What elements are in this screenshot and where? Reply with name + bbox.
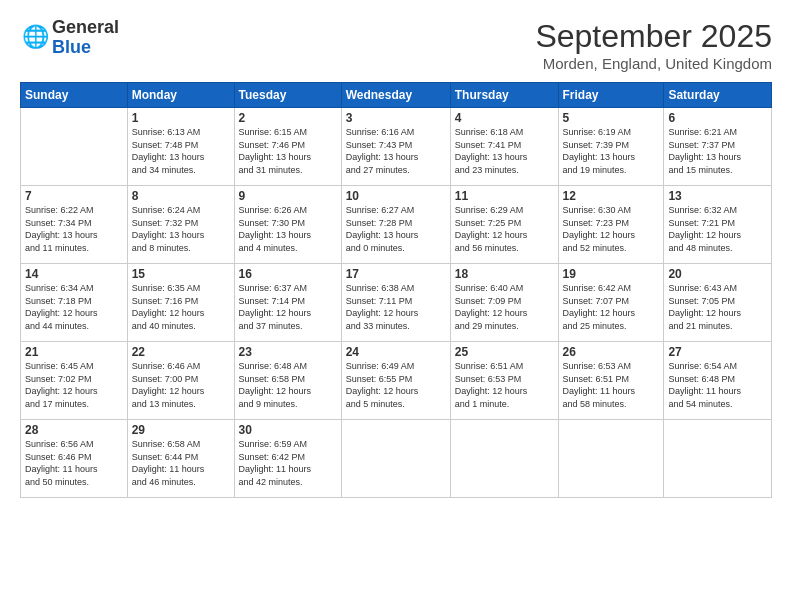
logo-general: General xyxy=(52,18,119,38)
day-number: 13 xyxy=(668,189,767,203)
weekday-header-friday: Friday xyxy=(558,83,664,108)
day-info: Sunrise: 6:40 AM Sunset: 7:09 PM Dayligh… xyxy=(455,282,554,332)
day-number: 4 xyxy=(455,111,554,125)
calendar-cell-34 xyxy=(664,420,772,498)
calendar-cell-9: 9Sunrise: 6:26 AM Sunset: 7:30 PM Daylig… xyxy=(234,186,341,264)
day-info: Sunrise: 6:38 AM Sunset: 7:11 PM Dayligh… xyxy=(346,282,446,332)
weekday-header-thursday: Thursday xyxy=(450,83,558,108)
logo-blue: Blue xyxy=(52,38,119,58)
day-info: Sunrise: 6:59 AM Sunset: 6:42 PM Dayligh… xyxy=(239,438,337,488)
calendar-cell-33 xyxy=(558,420,664,498)
weekday-header-row: SundayMondayTuesdayWednesdayThursdayFrid… xyxy=(21,83,772,108)
week-row-5: 28Sunrise: 6:56 AM Sunset: 6:46 PM Dayli… xyxy=(21,420,772,498)
day-number: 8 xyxy=(132,189,230,203)
calendar-cell-8: 8Sunrise: 6:24 AM Sunset: 7:32 PM Daylig… xyxy=(127,186,234,264)
day-number: 14 xyxy=(25,267,123,281)
calendar-cell-26: 26Sunrise: 6:53 AM Sunset: 6:51 PM Dayli… xyxy=(558,342,664,420)
day-number: 2 xyxy=(239,111,337,125)
day-info: Sunrise: 6:22 AM Sunset: 7:34 PM Dayligh… xyxy=(25,204,123,254)
calendar-cell-23: 23Sunrise: 6:48 AM Sunset: 6:58 PM Dayli… xyxy=(234,342,341,420)
weekday-header-tuesday: Tuesday xyxy=(234,83,341,108)
calendar-cell-4: 4Sunrise: 6:18 AM Sunset: 7:41 PM Daylig… xyxy=(450,108,558,186)
calendar-cell-27: 27Sunrise: 6:54 AM Sunset: 6:48 PM Dayli… xyxy=(664,342,772,420)
weekday-header-saturday: Saturday xyxy=(664,83,772,108)
calendar-cell-18: 18Sunrise: 6:40 AM Sunset: 7:09 PM Dayli… xyxy=(450,264,558,342)
day-info: Sunrise: 6:29 AM Sunset: 7:25 PM Dayligh… xyxy=(455,204,554,254)
day-number: 6 xyxy=(668,111,767,125)
day-number: 22 xyxy=(132,345,230,359)
svg-text:🌐: 🌐 xyxy=(22,24,48,50)
calendar-cell-30: 30Sunrise: 6:59 AM Sunset: 6:42 PM Dayli… xyxy=(234,420,341,498)
day-info: Sunrise: 6:16 AM Sunset: 7:43 PM Dayligh… xyxy=(346,126,446,176)
day-number: 27 xyxy=(668,345,767,359)
day-info: Sunrise: 6:51 AM Sunset: 6:53 PM Dayligh… xyxy=(455,360,554,410)
day-info: Sunrise: 6:37 AM Sunset: 7:14 PM Dayligh… xyxy=(239,282,337,332)
day-number: 16 xyxy=(239,267,337,281)
day-number: 24 xyxy=(346,345,446,359)
logo: 🌐 General Blue xyxy=(20,18,119,58)
day-info: Sunrise: 6:49 AM Sunset: 6:55 PM Dayligh… xyxy=(346,360,446,410)
day-number: 19 xyxy=(563,267,660,281)
day-info: Sunrise: 6:26 AM Sunset: 7:30 PM Dayligh… xyxy=(239,204,337,254)
calendar-cell-16: 16Sunrise: 6:37 AM Sunset: 7:14 PM Dayli… xyxy=(234,264,341,342)
day-info: Sunrise: 6:24 AM Sunset: 7:32 PM Dayligh… xyxy=(132,204,230,254)
week-row-1: 1Sunrise: 6:13 AM Sunset: 7:48 PM Daylig… xyxy=(21,108,772,186)
day-info: Sunrise: 6:34 AM Sunset: 7:18 PM Dayligh… xyxy=(25,282,123,332)
day-info: Sunrise: 6:35 AM Sunset: 7:16 PM Dayligh… xyxy=(132,282,230,332)
calendar-cell-17: 17Sunrise: 6:38 AM Sunset: 7:11 PM Dayli… xyxy=(341,264,450,342)
day-number: 15 xyxy=(132,267,230,281)
calendar-cell-5: 5Sunrise: 6:19 AM Sunset: 7:39 PM Daylig… xyxy=(558,108,664,186)
week-row-2: 7Sunrise: 6:22 AM Sunset: 7:34 PM Daylig… xyxy=(21,186,772,264)
calendar-cell-12: 12Sunrise: 6:30 AM Sunset: 7:23 PM Dayli… xyxy=(558,186,664,264)
day-number: 18 xyxy=(455,267,554,281)
day-number: 21 xyxy=(25,345,123,359)
day-number: 23 xyxy=(239,345,337,359)
day-number: 30 xyxy=(239,423,337,437)
calendar-table: SundayMondayTuesdayWednesdayThursdayFrid… xyxy=(20,82,772,498)
calendar-cell-21: 21Sunrise: 6:45 AM Sunset: 7:02 PM Dayli… xyxy=(21,342,128,420)
day-number: 3 xyxy=(346,111,446,125)
day-info: Sunrise: 6:19 AM Sunset: 7:39 PM Dayligh… xyxy=(563,126,660,176)
day-info: Sunrise: 6:42 AM Sunset: 7:07 PM Dayligh… xyxy=(563,282,660,332)
day-number: 9 xyxy=(239,189,337,203)
day-info: Sunrise: 6:15 AM Sunset: 7:46 PM Dayligh… xyxy=(239,126,337,176)
weekday-header-wednesday: Wednesday xyxy=(341,83,450,108)
day-info: Sunrise: 6:32 AM Sunset: 7:21 PM Dayligh… xyxy=(668,204,767,254)
day-info: Sunrise: 6:43 AM Sunset: 7:05 PM Dayligh… xyxy=(668,282,767,332)
day-number: 28 xyxy=(25,423,123,437)
day-info: Sunrise: 6:56 AM Sunset: 6:46 PM Dayligh… xyxy=(25,438,123,488)
location: Morden, England, United Kingdom xyxy=(535,55,772,72)
calendar-cell-22: 22Sunrise: 6:46 AM Sunset: 7:00 PM Dayli… xyxy=(127,342,234,420)
calendar-cell-2: 2Sunrise: 6:15 AM Sunset: 7:46 PM Daylig… xyxy=(234,108,341,186)
weekday-header-sunday: Sunday xyxy=(21,83,128,108)
day-number: 10 xyxy=(346,189,446,203)
calendar-cell-1: 1Sunrise: 6:13 AM Sunset: 7:48 PM Daylig… xyxy=(127,108,234,186)
calendar-cell-32 xyxy=(450,420,558,498)
calendar-cell-25: 25Sunrise: 6:51 AM Sunset: 6:53 PM Dayli… xyxy=(450,342,558,420)
calendar-cell-0 xyxy=(21,108,128,186)
calendar-cell-10: 10Sunrise: 6:27 AM Sunset: 7:28 PM Dayli… xyxy=(341,186,450,264)
day-info: Sunrise: 6:30 AM Sunset: 7:23 PM Dayligh… xyxy=(563,204,660,254)
day-number: 1 xyxy=(132,111,230,125)
calendar-cell-14: 14Sunrise: 6:34 AM Sunset: 7:18 PM Dayli… xyxy=(21,264,128,342)
title-block: September 2025 Morden, England, United K… xyxy=(535,18,772,72)
calendar-cell-3: 3Sunrise: 6:16 AM Sunset: 7:43 PM Daylig… xyxy=(341,108,450,186)
week-row-3: 14Sunrise: 6:34 AM Sunset: 7:18 PM Dayli… xyxy=(21,264,772,342)
calendar-header: SundayMondayTuesdayWednesdayThursdayFrid… xyxy=(21,83,772,108)
day-number: 7 xyxy=(25,189,123,203)
day-number: 17 xyxy=(346,267,446,281)
calendar-cell-19: 19Sunrise: 6:42 AM Sunset: 7:07 PM Dayli… xyxy=(558,264,664,342)
calendar-cell-11: 11Sunrise: 6:29 AM Sunset: 7:25 PM Dayli… xyxy=(450,186,558,264)
day-info: Sunrise: 6:58 AM Sunset: 6:44 PM Dayligh… xyxy=(132,438,230,488)
logo-icon: 🌐 xyxy=(20,24,48,52)
day-number: 26 xyxy=(563,345,660,359)
calendar-cell-29: 29Sunrise: 6:58 AM Sunset: 6:44 PM Dayli… xyxy=(127,420,234,498)
calendar-cell-7: 7Sunrise: 6:22 AM Sunset: 7:34 PM Daylig… xyxy=(21,186,128,264)
day-number: 11 xyxy=(455,189,554,203)
day-info: Sunrise: 6:13 AM Sunset: 7:48 PM Dayligh… xyxy=(132,126,230,176)
month-title: September 2025 xyxy=(535,18,772,55)
day-info: Sunrise: 6:45 AM Sunset: 7:02 PM Dayligh… xyxy=(25,360,123,410)
day-info: Sunrise: 6:21 AM Sunset: 7:37 PM Dayligh… xyxy=(668,126,767,176)
day-info: Sunrise: 6:53 AM Sunset: 6:51 PM Dayligh… xyxy=(563,360,660,410)
header: 🌐 General Blue September 2025 Morden, En… xyxy=(20,18,772,72)
